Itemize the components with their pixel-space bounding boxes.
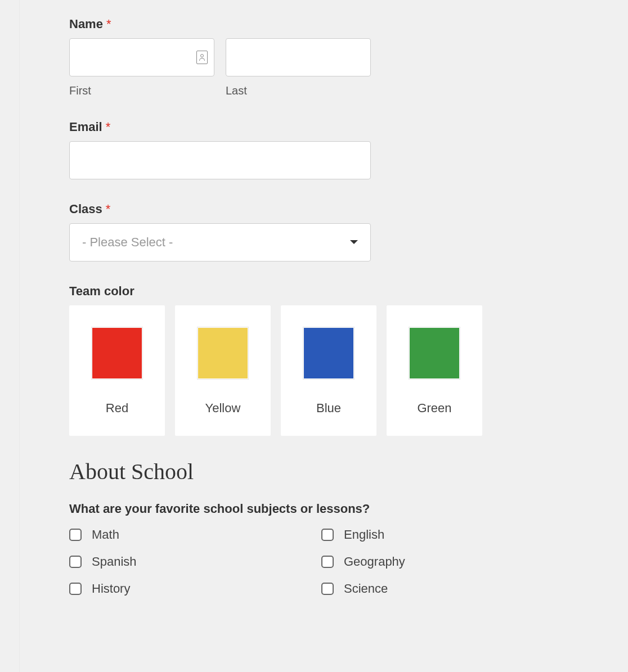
swatch-red (92, 328, 142, 378)
checkbox-label: Spanish (92, 554, 137, 569)
name-row: First Last (69, 38, 594, 97)
class-label-text: Class (69, 202, 102, 216)
first-name-col: First (69, 38, 214, 97)
swatch-border (91, 327, 143, 380)
email-label-text: Email (69, 120, 102, 134)
checkbox-box[interactable] (321, 529, 334, 541)
class-select-wrapper[interactable]: - Please Select - (69, 223, 371, 261)
swatch-green (410, 328, 459, 378)
team-card-blue[interactable]: Blue (281, 305, 376, 436)
checkbox-item-math[interactable]: Math (69, 527, 321, 542)
checkbox-item-science[interactable]: Science (321, 581, 594, 596)
class-field-group: Class * - Please Select - (69, 202, 594, 261)
team-color-label: Team color (69, 284, 594, 299)
team-label-red: Red (106, 401, 128, 416)
last-name-input[interactable] (226, 38, 371, 76)
checkbox-item-spanish[interactable]: Spanish (69, 554, 321, 569)
class-select[interactable]: - Please Select - (69, 223, 371, 261)
email-input[interactable] (69, 141, 371, 179)
swatch-blue (304, 328, 353, 378)
checkbox-box[interactable] (69, 529, 82, 541)
checkbox-label: Math (92, 527, 119, 542)
email-field-group: Email * (69, 120, 594, 179)
name-label-text: Name (69, 17, 103, 31)
swatch-border (409, 327, 460, 380)
team-label-blue: Blue (316, 401, 341, 416)
first-name-input[interactable] (69, 38, 214, 76)
checkbox-item-geography[interactable]: Geography (321, 554, 594, 569)
section-heading: About School (69, 458, 594, 485)
class-required-mark: * (106, 202, 111, 216)
name-label: Name * (69, 17, 594, 31)
checkbox-label: English (344, 527, 384, 542)
class-label: Class * (69, 202, 594, 217)
swatch-border (197, 327, 249, 380)
checkbox-box[interactable] (321, 556, 334, 568)
name-field-group: Name * First Last (69, 17, 594, 97)
email-label: Email * (69, 120, 594, 134)
first-name-sublabel: First (69, 84, 214, 97)
swatch-border (303, 327, 355, 380)
checkbox-label: Science (344, 581, 388, 596)
checkbox-box[interactable] (69, 556, 82, 568)
checkbox-label: Geography (344, 554, 405, 569)
checkbox-box[interactable] (321, 583, 334, 595)
checkbox-item-english[interactable]: English (321, 527, 594, 542)
team-color-field-group: Team color Red Yellow (69, 284, 594, 436)
swatch-yellow (198, 328, 248, 378)
team-card-red[interactable]: Red (69, 305, 165, 436)
checkbox-item-history[interactable]: History (69, 581, 321, 596)
email-required-mark: * (106, 120, 111, 134)
last-name-sublabel: Last (226, 84, 371, 97)
class-select-placeholder: - Please Select - (82, 235, 173, 250)
team-card-green[interactable]: Green (387, 305, 482, 436)
subjects-grid: Math English Spanish Geography History S… (69, 527, 594, 596)
team-card-yellow[interactable]: Yellow (175, 305, 271, 436)
checkbox-box[interactable] (69, 583, 82, 595)
team-label-green: Green (417, 401, 451, 416)
checkbox-label: History (92, 581, 130, 596)
team-label-yellow: Yellow (205, 401, 241, 416)
last-name-col: Last (226, 38, 371, 97)
name-required-mark: * (106, 17, 111, 31)
first-name-wrap (69, 38, 214, 76)
team-color-row: Red Yellow Blue (69, 305, 594, 436)
subjects-question: What are your favorite school subjects o… (69, 502, 594, 516)
